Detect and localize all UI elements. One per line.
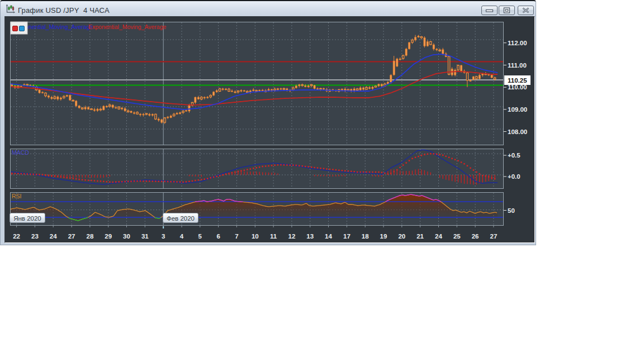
svg-text:111.00: 111.00: [508, 62, 527, 69]
svg-text:Янв 2020: Янв 2020: [13, 215, 41, 222]
svg-text:28: 28: [87, 233, 94, 240]
svg-text:18: 18: [362, 233, 369, 240]
svg-text:Exponential_Moving_Average: Exponential_Moving_Average: [88, 23, 166, 30]
svg-text:14: 14: [325, 233, 332, 240]
svg-text:13: 13: [306, 233, 314, 240]
svg-text:112.00: 112.00: [508, 40, 527, 46]
svg-text:4: 4: [180, 233, 184, 240]
svg-text:24: 24: [435, 233, 442, 240]
svg-text:+0.5: +0.5: [508, 152, 520, 159]
svg-text:50: 50: [508, 207, 515, 214]
svg-text:+0.0: +0.0: [508, 173, 520, 180]
svg-text:10: 10: [252, 233, 259, 240]
svg-text:7: 7: [235, 233, 238, 240]
svg-text:5: 5: [198, 233, 202, 240]
svg-text:108.00: 108.00: [508, 128, 527, 135]
svg-text:25: 25: [453, 233, 461, 240]
svg-text:20: 20: [398, 233, 405, 240]
svg-text:23: 23: [31, 233, 39, 240]
svg-text:12: 12: [288, 233, 296, 240]
svg-text:17: 17: [343, 233, 351, 240]
svg-text:11: 11: [270, 233, 277, 240]
svg-text:21: 21: [416, 233, 424, 240]
svg-text:31: 31: [141, 233, 149, 240]
svg-text:22: 22: [13, 233, 20, 240]
svg-text:27: 27: [490, 233, 498, 240]
svg-text:19: 19: [380, 233, 387, 240]
svg-text:29: 29: [105, 233, 112, 240]
svg-text:110.25: 110.25: [508, 77, 527, 84]
svg-text:30: 30: [123, 233, 130, 240]
svg-text:24: 24: [50, 233, 57, 240]
svg-text:RSI: RSI: [12, 193, 22, 199]
svg-text:3: 3: [162, 233, 165, 240]
svg-text:MACD: MACD: [12, 149, 29, 156]
svg-text:109.00: 109.00: [508, 106, 527, 113]
svg-text:6: 6: [216, 233, 220, 240]
svg-text:Фев 2020: Фев 2020: [167, 215, 195, 222]
svg-text:26: 26: [472, 233, 479, 240]
svg-text:27: 27: [68, 233, 75, 240]
